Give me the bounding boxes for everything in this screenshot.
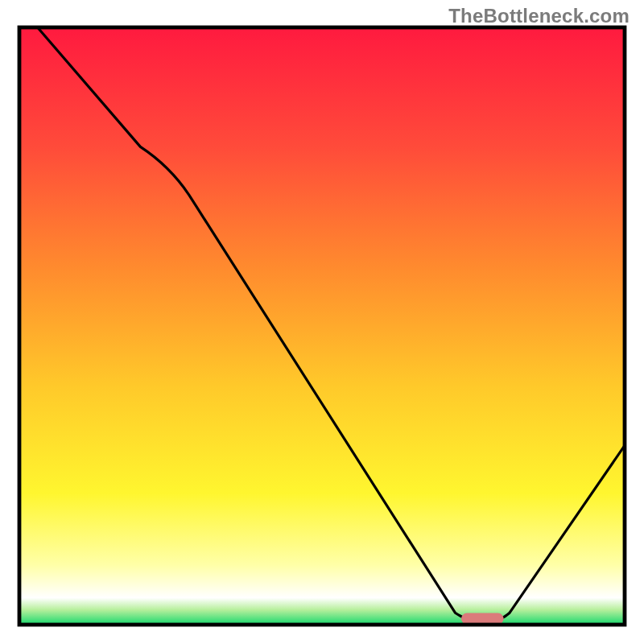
optimal-range-marker (461, 613, 504, 625)
chart-svg (0, 0, 644, 644)
watermark-text: TheBottleneck.com (448, 5, 630, 27)
chart-frame: TheBottleneck.com (0, 0, 644, 644)
plot-background (19, 27, 625, 625)
